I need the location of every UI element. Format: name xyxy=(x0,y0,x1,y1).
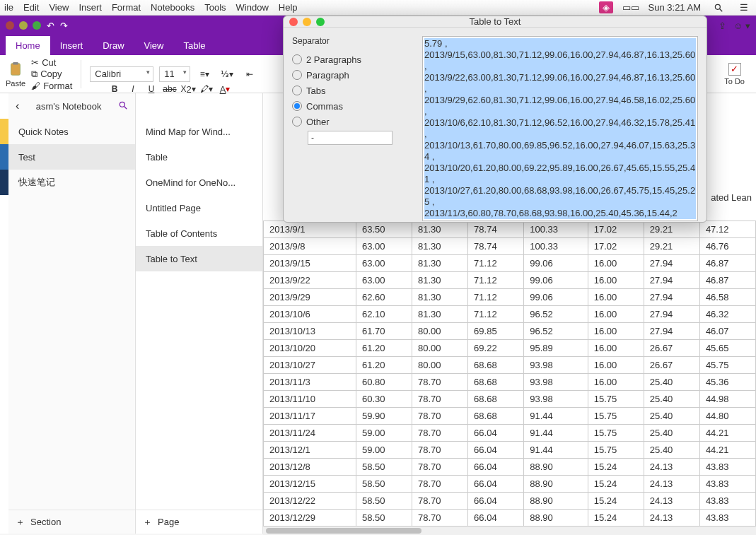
paste-icon[interactable] xyxy=(8,61,23,78)
table-row[interactable]: 2013/11/2459.0078.7066.0491.4415.7525.40… xyxy=(264,425,756,442)
table-row[interactable]: 2013/12/2258.5078.7066.0488.9015.2424.13… xyxy=(264,493,756,510)
table-row[interactable]: 2013/9/1563.0081.3071.1299.0616.0027.944… xyxy=(264,255,756,272)
page-item[interactable]: Table to Text xyxy=(136,246,262,271)
menu-icon[interactable]: ☰ xyxy=(736,2,752,13)
cut-button[interactable]: ✂Cut xyxy=(31,57,72,68)
page-item[interactable]: Untitled Page xyxy=(136,195,262,221)
radio-paragraph[interactable]: Paragraph xyxy=(292,67,412,83)
strike-button[interactable]: abc xyxy=(161,81,178,97)
undo-icon[interactable]: ↶ xyxy=(47,20,54,31)
svg-point-0 xyxy=(715,4,720,9)
table-row[interactable]: 2013/12/1558.5078.7066.0488.9015.2424.13… xyxy=(264,476,756,493)
numbering-button[interactable]: ⅓▾ xyxy=(219,66,235,82)
table-row[interactable]: 2013/11/1060.3078.7068.6893.9815.7525.40… xyxy=(264,391,756,408)
tab-draw[interactable]: Draw xyxy=(93,36,134,55)
radio-2-paragraphs[interactable]: 2 Paragraphs xyxy=(292,52,412,67)
page-item[interactable]: Table xyxy=(136,144,262,170)
horizontal-scrollbar[interactable] xyxy=(263,527,756,535)
page-item[interactable]: Mind Map for Wind... xyxy=(136,119,262,144)
table-row[interactable]: 2013/12/858.5078.7066.0488.9015.2424.134… xyxy=(264,459,756,476)
menu-tools[interactable]: Tools xyxy=(204,2,226,13)
tab-insert[interactable]: Insert xyxy=(50,36,93,55)
menu-view[interactable]: View xyxy=(49,2,69,13)
svg-point-4 xyxy=(120,102,124,107)
separator-label: Separator xyxy=(292,36,412,46)
menu-format[interactable]: Format xyxy=(112,2,141,13)
menu-edit[interactable]: Edit xyxy=(23,2,39,13)
plus-icon: ＋ xyxy=(143,516,152,529)
displays-icon[interactable]: ▭▭ xyxy=(623,2,639,13)
clock[interactable]: Sun 3:21 AM xyxy=(649,2,701,13)
section-item[interactable]: 快速笔记 xyxy=(8,170,135,195)
table-row[interactable]: 2013/9/2263.0081.3071.1299.0616.0027.944… xyxy=(264,272,756,289)
tab-table[interactable]: Table xyxy=(174,36,216,55)
todo-button[interactable]: ✓ To Do xyxy=(724,63,745,86)
table-row[interactable]: 2013/10/1361.7080.0069.8596.5216.0027.94… xyxy=(264,323,756,340)
page-item[interactable]: OneMind for OneNo... xyxy=(136,170,262,195)
spotlight-icon[interactable] xyxy=(711,3,726,13)
ruby-icon: ◈ xyxy=(599,1,613,13)
window-controls[interactable] xyxy=(6,21,41,30)
format-button[interactable]: 🖌Format xyxy=(31,81,72,91)
section-column: ‹ asm's Notebook Quick NotesTest快速笔记 ＋ S… xyxy=(8,93,136,534)
menu-window[interactable]: Window xyxy=(236,2,269,13)
column-header-clip: ated Lean xyxy=(711,192,752,203)
table-row[interactable]: 2013/12/159.0078.7066.0491.4415.7525.404… xyxy=(264,442,756,459)
size-select[interactable]: 11 xyxy=(159,66,190,82)
radio-commas[interactable]: Commas xyxy=(292,98,412,114)
other-separator-input[interactable] xyxy=(308,131,392,145)
table-row[interactable]: 2013/11/1759.9078.7068.6891.4415.7525.40… xyxy=(264,408,756,425)
minimize-icon[interactable] xyxy=(19,21,28,30)
page-item[interactable]: Table of Contents xyxy=(136,221,262,246)
add-section-button[interactable]: ＋ Section xyxy=(8,510,135,534)
menu-help[interactable]: Help xyxy=(279,2,298,13)
checkbox-icon: ✓ xyxy=(728,63,741,76)
add-page-button[interactable]: ＋ Page xyxy=(136,510,262,534)
tab-view[interactable]: View xyxy=(134,36,174,55)
font-select[interactable]: Calibri xyxy=(90,66,153,82)
table-row[interactable]: 2013/12/2958.5078.7066.0488.9015.2424.13… xyxy=(264,510,756,527)
table-row[interactable]: 2013/9/2962.6081.3071.1299.0616.0027.944… xyxy=(264,289,756,306)
bullets-button[interactable]: ≡▾ xyxy=(196,66,213,82)
table-to-text-dialog: Table to Text Separator 2 ParagraphsPara… xyxy=(283,16,707,223)
close-icon[interactable] xyxy=(6,21,14,30)
share-icon[interactable]: ⇪ xyxy=(719,20,726,31)
menu-insert[interactable]: Insert xyxy=(78,2,102,13)
svg-line-1 xyxy=(720,8,723,11)
table-row[interactable]: 2013/10/2061.2080.0069.2295.8916.0026.67… xyxy=(264,340,756,357)
tab-home[interactable]: Home xyxy=(6,36,50,55)
radio-tabs[interactable]: Tabs xyxy=(292,83,412,98)
menu-notebooks[interactable]: Notebooks xyxy=(151,2,194,13)
notebook-title[interactable]: asm's Notebook xyxy=(19,101,118,112)
table-row[interactable]: 2013/11/360.8078.7068.6893.9816.0025.404… xyxy=(264,374,756,391)
close-icon[interactable] xyxy=(289,18,298,26)
outdent-button[interactable]: ⇤ xyxy=(241,66,258,82)
search-icon[interactable] xyxy=(118,100,128,112)
section-item[interactable]: Quick Notes xyxy=(8,119,135,144)
subscript-button[interactable]: X2▾ xyxy=(180,81,197,97)
preview-pane[interactable]: 5.79 ,2013/9/15,63.00,81.30,71.12,99.06,… xyxy=(422,36,698,221)
smiley-icon[interactable]: ☺ ▾ xyxy=(733,20,750,31)
svg-rect-2 xyxy=(11,63,21,75)
bold-button[interactable]: B xyxy=(106,81,123,97)
copy-icon: ⧉ xyxy=(31,69,37,80)
table-row[interactable]: 2013/10/662.1081.3071.1296.5216.0027.944… xyxy=(264,306,756,323)
redo-icon[interactable]: ↷ xyxy=(60,20,68,31)
copy-button[interactable]: ⧉Copy xyxy=(31,69,72,80)
section-colors xyxy=(0,93,8,534)
zoom-icon[interactable] xyxy=(33,21,41,30)
zoom-icon[interactable] xyxy=(316,18,325,26)
italic-button[interactable]: I xyxy=(124,81,141,97)
menu-ile[interactable]: ile xyxy=(4,2,13,13)
font-color-button[interactable]: A▾ xyxy=(216,81,233,97)
underline-button[interactable]: U xyxy=(143,81,160,97)
table-row[interactable]: 2013/9/863.0081.3078.74100.3317.0229.214… xyxy=(264,238,756,255)
scrollbar-thumb[interactable] xyxy=(266,528,421,534)
radio-other[interactable]: Other xyxy=(292,114,412,129)
section-item[interactable]: Test xyxy=(8,144,135,170)
highlight-button[interactable]: 🖍▾ xyxy=(198,81,215,97)
data-table[interactable]: 2013/9/163.5081.3078.74100.3317.0229.214… xyxy=(263,221,756,527)
brush-icon: 🖌 xyxy=(31,81,40,91)
table-row[interactable]: 2013/10/2761.2080.0068.6893.9816.0026.67… xyxy=(264,357,756,374)
minimize-icon[interactable] xyxy=(303,18,311,26)
